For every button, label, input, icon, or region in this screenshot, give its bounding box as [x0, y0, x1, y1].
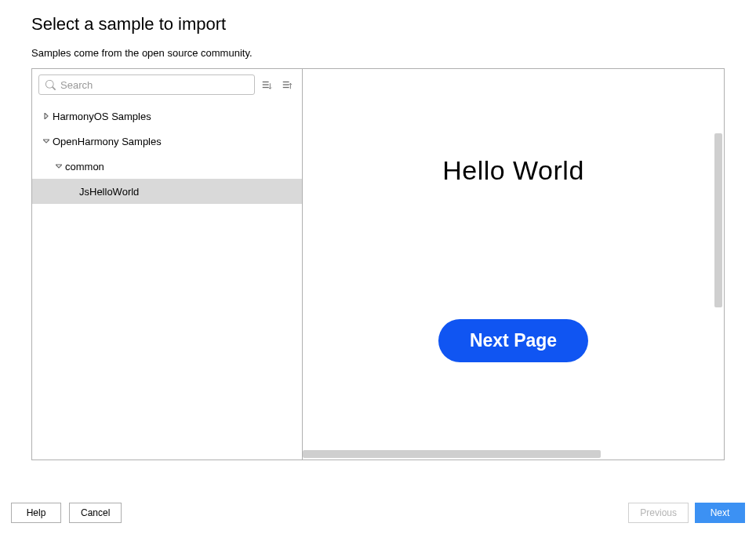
page-title: Select a sample to import — [31, 14, 725, 35]
tree-item-jshelloworld[interactable]: JsHelloWorld — [32, 179, 302, 204]
preview-panel: Hello World Next Page — [303, 69, 724, 460]
preview-surface: Hello World Next Page — [303, 69, 724, 460]
chevron-down-icon — [40, 137, 53, 146]
vertical-scrollbar-thumb[interactable] — [714, 133, 722, 307]
collapse-all-icon — [282, 79, 293, 90]
cancel-button[interactable]: Cancel — [69, 503, 122, 523]
search-input[interactable] — [60, 79, 248, 91]
sample-tree: HarmonyOS Samples OpenHarmony Samples co… — [32, 100, 302, 460]
split-panel: HarmonyOS Samples OpenHarmony Samples co… — [31, 68, 725, 460]
expand-all-button[interactable] — [258, 76, 275, 93]
dialog-footer: Help Cancel Previous Next — [11, 503, 745, 523]
expand-all-icon — [261, 79, 272, 90]
next-button[interactable]: Next — [695, 503, 745, 523]
search-row — [32, 69, 302, 100]
search-icon — [45, 80, 56, 90]
tree-item-openharmony[interactable]: OpenHarmony Samples — [32, 129, 302, 154]
preview-next-page-button: Next Page — [438, 319, 588, 362]
chevron-down-icon — [53, 162, 65, 171]
tree-item-common[interactable]: common — [32, 154, 302, 179]
left-panel: HarmonyOS Samples OpenHarmony Samples co… — [32, 69, 303, 460]
chevron-right-icon — [40, 112, 53, 121]
previous-button: Previous — [628, 503, 689, 523]
horizontal-scrollbar-thumb[interactable] — [303, 450, 601, 458]
horizontal-scrollbar[interactable] — [303, 449, 700, 460]
tree-item-harmonyos[interactable]: HarmonyOS Samples — [32, 104, 302, 129]
search-box[interactable] — [38, 74, 255, 95]
tree-item-label: OpenHarmony Samples — [53, 136, 162, 147]
preview-title: Hello World — [442, 155, 584, 186]
help-button[interactable]: Help — [11, 503, 61, 523]
vertical-scrollbar[interactable] — [713, 133, 724, 444]
tree-item-label: HarmonyOS Samples — [53, 111, 151, 122]
page-subtitle: Samples come from the open source commun… — [31, 47, 725, 59]
tree-item-label: common — [65, 161, 104, 173]
collapse-all-button[interactable] — [278, 76, 296, 93]
tree-item-label: JsHelloWorld — [79, 186, 139, 198]
